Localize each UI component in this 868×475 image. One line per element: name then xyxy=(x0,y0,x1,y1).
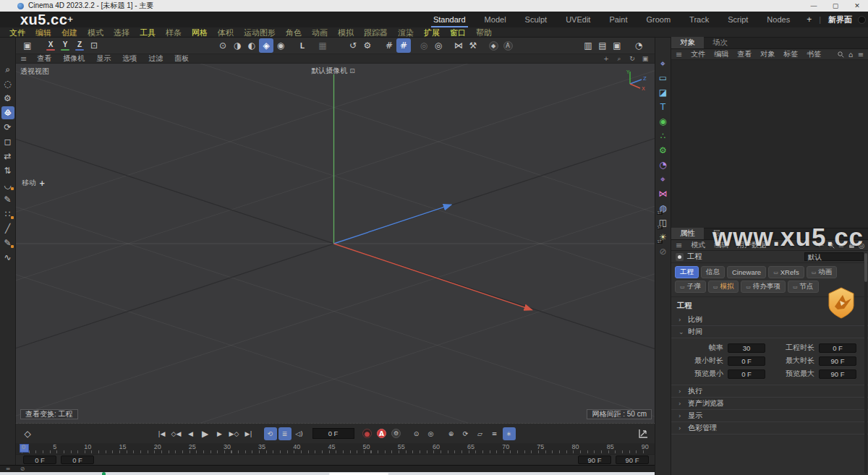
attribute-tab[interactable]: ▭子弹 xyxy=(675,281,706,293)
add-layout-button[interactable]: + xyxy=(799,14,819,25)
viewport-menu-item[interactable]: 摄像机 xyxy=(57,54,90,64)
attribute-tab[interactable]: Cineware xyxy=(727,266,766,278)
soft-selection-icon[interactable]: ◎ xyxy=(417,38,431,53)
magnet-tool-icon[interactable]: ◡ xyxy=(1,179,14,192)
falloff-icon[interactable]: ◎ xyxy=(431,38,446,53)
filter-icon[interactable]: ≡ xyxy=(856,50,866,59)
menu-item[interactable]: 体积 xyxy=(213,27,239,38)
menu-item[interactable]: 扩展 xyxy=(419,27,445,38)
current-frame-field[interactable]: 0 F xyxy=(312,428,354,439)
om-menu-item[interactable]: 查看 xyxy=(733,49,756,59)
menu-item[interactable]: 创建 xyxy=(56,27,82,38)
field-value[interactable]: 0 F xyxy=(728,356,765,366)
perspective-viewport[interactable]: 透视视图 默认摄像机⊡ 移动+ Y Z X 查看变换: 工程 网格间距 : 50… xyxy=(16,64,655,423)
next-frame-button[interactable]: ▶ xyxy=(213,427,226,440)
search-icon[interactable] xyxy=(835,50,846,59)
paint-select-icon[interactable]: ∷ xyxy=(1,207,14,221)
keyframe-button[interactable]: ◇ xyxy=(20,427,35,441)
am-menu-item[interactable]: 编辑 xyxy=(710,240,733,250)
zoom-tool-icon[interactable]: ⌕ xyxy=(1,63,14,76)
view-settings-icon[interactable]: ⚙ xyxy=(360,38,375,53)
viewport-menu-item[interactable]: 选项 xyxy=(116,54,142,64)
live-selection-icon[interactable]: ◌ xyxy=(1,77,14,90)
lock-x-button[interactable]: X xyxy=(43,38,58,53)
collapsed-section[interactable]: ›资产浏览器 xyxy=(671,398,868,410)
mirror-icon[interactable]: ⋈ xyxy=(451,38,466,53)
viewport-menu-item[interactable]: 过滤 xyxy=(142,54,169,64)
deformer-icon[interactable]: ◔ xyxy=(657,158,670,171)
attribute-tab[interactable]: ▭XRefs xyxy=(768,266,804,278)
rotate-tool-icon[interactable]: ⟳ xyxy=(1,121,14,134)
render-picture-viewer-icon[interactable]: ▤ xyxy=(595,38,610,53)
layout-tab[interactable]: Groom xyxy=(637,13,680,26)
om-menu-item[interactable]: 文件 xyxy=(686,49,710,59)
keyframe-settings-button[interactable]: ⚙ xyxy=(390,427,403,440)
panel-tab[interactable]: 属性 xyxy=(671,228,704,239)
layout-tab[interactable]: Paint xyxy=(600,13,637,26)
symmetry-icon[interactable]: ⋈ xyxy=(657,187,670,200)
field-value[interactable]: 90 F xyxy=(819,356,856,366)
field-value[interactable]: 30 xyxy=(728,343,765,353)
move-tool-icon[interactable]: ⇔⇕ xyxy=(1,106,14,119)
timeline-ruler[interactable]: 051015202530354045505560657075808590 xyxy=(16,443,655,454)
layout-tab[interactable]: UVEdit xyxy=(556,13,600,26)
menu-item[interactable]: 模式 xyxy=(82,27,109,38)
goto-start-button[interactable]: |◀ xyxy=(156,427,169,440)
om-menu-item[interactable]: 书签 xyxy=(802,49,825,59)
lock-icon[interactable] xyxy=(846,241,856,250)
lock-z-button[interactable]: Z xyxy=(72,38,87,53)
panel-tab[interactable]: 对象 xyxy=(671,37,704,48)
minimize-button[interactable]: — xyxy=(803,0,825,12)
loop-toggle[interactable]: ⟲ xyxy=(264,427,277,440)
menu-item[interactable]: 选择 xyxy=(109,27,135,38)
fcurve-button[interactable] xyxy=(636,427,650,441)
render-settings-icon[interactable]: ▣ xyxy=(610,38,624,53)
menu-item[interactable]: 样条 xyxy=(161,27,187,38)
kf-parameter-icon[interactable]: ≡ xyxy=(488,427,501,440)
modeling-settings-icon[interactable]: ⚒ xyxy=(466,38,480,53)
kf-pla-icon[interactable]: ∗ xyxy=(503,427,516,440)
menu-item[interactable]: 窗口 xyxy=(445,27,471,38)
pen-spline-icon[interactable]: ⌖ xyxy=(657,57,670,70)
field-icon[interactable]: ⌖ xyxy=(657,173,670,186)
attribute-tab[interactable]: ▭模拟 xyxy=(708,281,739,293)
field-value[interactable]: 0 F xyxy=(728,369,765,379)
range-start-field[interactable]: 0 F xyxy=(23,455,56,464)
subdivision-surface-icon[interactable]: ◉ xyxy=(657,115,670,128)
om-menu-item[interactable]: 对象 xyxy=(756,49,779,59)
material-icon[interactable]: ⊘ xyxy=(657,245,670,258)
menu-item[interactable]: 运动图形 xyxy=(239,27,281,38)
next-key-button[interactable]: ▶◇ xyxy=(228,427,241,440)
viewport-menu-icon[interactable]: ≡ xyxy=(16,54,31,64)
camera-label[interactable]: 默认摄像机⊡ xyxy=(311,66,355,76)
record-button[interactable]: ● xyxy=(361,427,374,440)
texture-mode-icon[interactable]: ◉ xyxy=(273,38,288,53)
knife-tool-icon[interactable]: ╱ xyxy=(1,222,14,235)
cube-object-icon[interactable]: ◪ xyxy=(657,86,670,99)
menu-item[interactable]: 模拟 xyxy=(333,27,359,38)
om-menu-item[interactable]: 编辑 xyxy=(710,49,733,59)
attribute-tab[interactable]: ▭待办事项 xyxy=(741,281,786,293)
autokey-button[interactable]: A xyxy=(375,427,388,440)
coordinate-system-icon[interactable]: ⊡ xyxy=(87,38,101,53)
sky-icon[interactable]: ◍ST xyxy=(657,202,670,215)
field-value[interactable]: 90 F xyxy=(819,369,856,379)
panel-tab[interactable]: 层 xyxy=(704,228,729,239)
field-value[interactable]: 0 F xyxy=(819,343,856,353)
prev-frame-button[interactable]: ◀ xyxy=(184,427,197,440)
search-icon[interactable] xyxy=(826,241,836,250)
play-button[interactable]: ▶ xyxy=(199,427,212,440)
generator-icon[interactable]: ⚙ xyxy=(657,144,670,157)
target-icon[interactable]: ◎ xyxy=(856,241,867,250)
range-start-field[interactable]: 0 F xyxy=(61,455,94,464)
line-pen-icon[interactable]: ✎ xyxy=(1,236,14,249)
multi-move-icon[interactable]: ⇅ xyxy=(1,164,14,177)
render-view-icon[interactable]: ▥ xyxy=(581,38,595,53)
am-menu-item[interactable]: 模式 xyxy=(686,240,710,250)
viewport-menu-item[interactable]: 显示 xyxy=(90,54,116,64)
home-icon[interactable]: ⌂ xyxy=(846,50,856,59)
new-interface-button[interactable]: 新界面 xyxy=(821,14,858,25)
view-undo-icon[interactable]: ↺ xyxy=(346,38,360,53)
om-menu-icon[interactable]: ≡ xyxy=(671,50,686,59)
menu-item[interactable]: 角色 xyxy=(281,27,307,38)
